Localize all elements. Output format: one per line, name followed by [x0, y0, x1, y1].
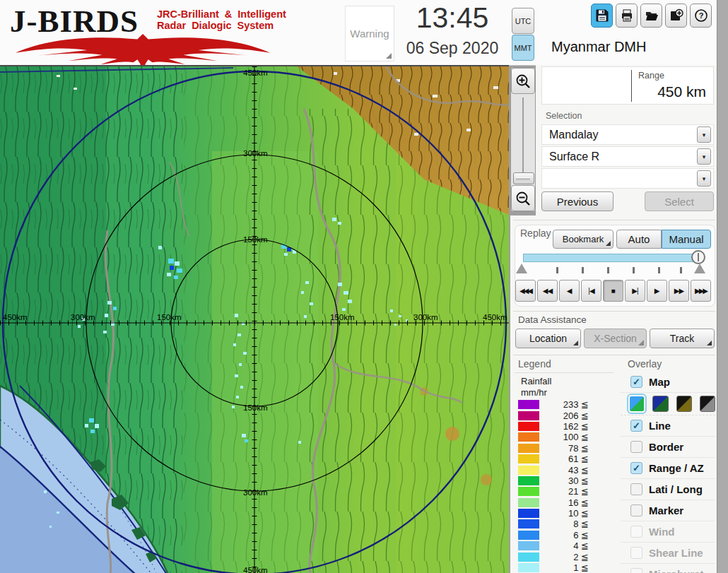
slider-tick — [556, 267, 558, 273]
slider-tick — [607, 267, 609, 273]
slider-end-marker[interactable] — [694, 264, 705, 273]
add-image-button[interactable] — [665, 4, 687, 28]
site-dropdown[interactable]: Mandalay ▾ — [541, 124, 714, 145]
map-style-color-button[interactable] — [629, 396, 645, 412]
legend-swatch — [518, 531, 539, 540]
overlay-checkbox-line[interactable]: ✓ — [630, 420, 642, 432]
step-forward-button[interactable]: ▶| — [625, 280, 645, 302]
legend-swatch — [518, 432, 539, 442]
overlay-checkbox-marker[interactable] — [630, 504, 642, 516]
overlay-checkbox-shear-line — [630, 547, 642, 559]
print-button[interactable] — [616, 4, 638, 28]
zoom-slider-thumb[interactable] — [513, 172, 534, 184]
map-style-olive-button[interactable] — [676, 396, 692, 412]
overlay-checkbox-border[interactable] — [630, 441, 642, 453]
utc-button[interactable]: UTC — [512, 8, 534, 34]
overlay-label-wind: Wind — [649, 526, 675, 538]
product-dropdown[interactable]: Surface R ▾ — [541, 146, 714, 167]
overlay-item-marker: Marker — [621, 500, 715, 521]
legend-unit-rainfall: Rainfall — [521, 376, 551, 386]
play-reverse-button[interactable]: ◀ — [559, 280, 580, 302]
play-button[interactable]: ▶ — [647, 280, 667, 302]
legend-value: 206 ≦ — [539, 410, 589, 421]
legend-value: 8 ≦ — [539, 519, 589, 529]
stop-button[interactable]: ■ — [603, 280, 623, 302]
bookmark-button[interactable]: Bookmark — [553, 230, 613, 249]
overlay-checkbox-wind — [630, 526, 642, 538]
radar-map[interactable]: 450km 300km 150km 150km 300km 450km 450k… — [0, 65, 509, 573]
overlay-label-range-az: Range / AZ — [649, 462, 704, 474]
slider-tick — [582, 267, 584, 273]
forward-button[interactable]: ▶▶ — [669, 280, 689, 302]
track-button[interactable]: Track — [650, 329, 715, 348]
help-button[interactable]: ? — [690, 4, 712, 28]
x-section-button[interactable]: X-Section — [584, 329, 647, 348]
separator — [513, 220, 715, 220]
overlay-checkbox-range-az[interactable]: ✓ — [630, 462, 642, 474]
separator — [513, 355, 715, 355]
overlay-item-map: ✓Map — [621, 372, 715, 393]
save-button[interactable] — [591, 4, 613, 28]
rewind-button[interactable]: ◀◀ — [537, 280, 558, 302]
overlay-title: Overlay — [628, 358, 662, 370]
mmt-button[interactable]: MMT — [512, 35, 534, 61]
overlay-label-line: Line — [649, 420, 671, 432]
zoom-slider-track[interactable] — [522, 98, 524, 181]
bookmark-corner-icon — [606, 241, 611, 246]
legend-swatch — [518, 400, 539, 409]
option-dropdown[interactable]: ▾ — [541, 168, 714, 189]
forward-fast-button[interactable]: ▶▶▶ — [691, 280, 711, 302]
overlay-checkbox-lati-long[interactable] — [630, 483, 642, 495]
overlay-item-wind: Wind — [621, 521, 715, 543]
product-dropdown-arrow-icon[interactable]: ▾ — [697, 148, 711, 165]
image-plus-icon — [669, 8, 683, 23]
step-back-button[interactable]: |◀ — [581, 280, 601, 302]
overlay-list: ✓Map✓LineBorder✓Range / AZLati / LongMar… — [621, 372, 715, 573]
site-dropdown-arrow-icon[interactable]: ▾ — [697, 126, 711, 143]
ring-label: 150km — [243, 235, 268, 244]
stop-icon: ■ — [611, 287, 615, 295]
legend-entry: 10 ≦ — [518, 508, 597, 519]
product-dropdown-value: Surface R — [549, 147, 599, 166]
range-box: Range 450 km — [541, 66, 714, 105]
manual-button[interactable]: Manual — [662, 230, 711, 249]
legend-value: 78 ≦ — [539, 443, 589, 454]
location-button[interactable]: Location — [515, 329, 581, 348]
playback-bar: ◀◀◀◀◀◀|◀■▶|▶▶▶▶▶▶ — [515, 280, 715, 302]
slider-tick — [633, 267, 635, 273]
replay-slider-track[interactable] — [523, 254, 704, 262]
overlay-item-shear-line: Shear Line — [621, 543, 715, 564]
bookmark-label: Bookmark — [563, 234, 604, 244]
zoom-out-button[interactable] — [511, 185, 535, 211]
replay-slider-thumb[interactable] — [691, 250, 705, 264]
select-button[interactable]: Select — [645, 191, 714, 211]
svg-text:?: ? — [698, 11, 703, 20]
auto-button[interactable]: Auto — [616, 230, 662, 249]
overlay-item-line: ✓Line — [621, 415, 715, 437]
legend-value: 30 ≦ — [539, 475, 589, 486]
replay-label: Replay — [520, 228, 551, 239]
range-value: 450 km — [628, 83, 706, 100]
ring-label: 150km — [243, 403, 268, 412]
legend-value: 2 ≦ — [539, 552, 589, 562]
open-folder-button[interactable] — [640, 4, 662, 28]
clock-time: 13:45 — [394, 1, 510, 37]
legend-entry: 21 ≦ — [518, 486, 597, 497]
zoom-in-button[interactable] — [511, 68, 535, 94]
map-style-dark-button[interactable] — [652, 396, 668, 412]
legend-value: 233 ≦ — [539, 399, 589, 410]
forward-fast-icon: ▶▶▶ — [695, 287, 707, 295]
range-label: Range — [638, 71, 664, 81]
zoom-out-icon — [515, 191, 531, 206]
option-dropdown-arrow-icon[interactable]: ▾ — [697, 170, 711, 187]
rewind-fast-button[interactable]: ◀◀◀ — [515, 280, 536, 302]
map-style-gray-button[interactable] — [700, 396, 715, 412]
station-title: Myanmar DMH — [551, 39, 714, 55]
previous-button[interactable]: Previous — [541, 191, 613, 211]
legend-swatch — [518, 487, 539, 496]
overlay-checkbox-map[interactable]: ✓ — [630, 376, 642, 388]
legend-value: 162 ≦ — [539, 421, 589, 432]
step-forward-icon: ▶| — [632, 287, 638, 295]
slider-start-marker[interactable] — [516, 264, 527, 273]
legend-entry: 16 ≦ — [518, 497, 597, 508]
